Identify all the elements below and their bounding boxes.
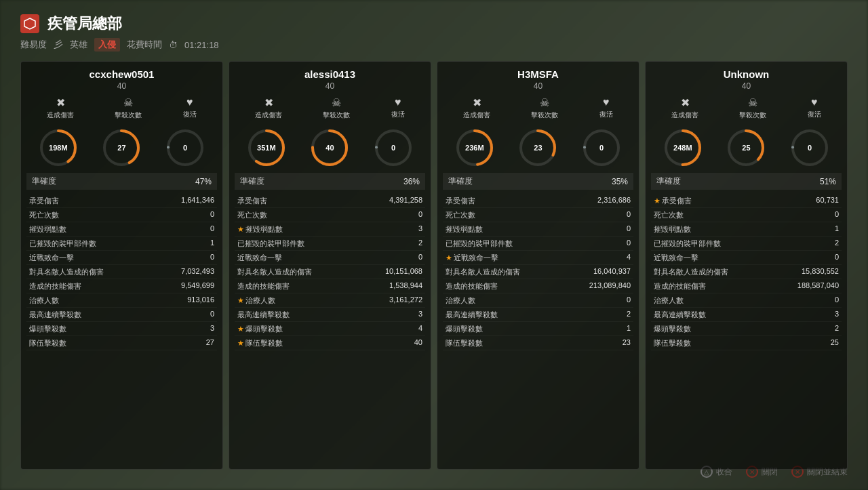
kills-icon: ☠ xyxy=(748,96,757,109)
kills-icon-group: ☠ 擊殺次數 xyxy=(739,96,766,120)
revive-value: 0 xyxy=(374,128,413,167)
damage-icon-group: ✖ 造成傷害 xyxy=(463,96,490,120)
player-name: ccxchew0501 xyxy=(26,68,217,80)
revive-icon-label: 復活 xyxy=(391,110,405,119)
stat-row: 對具名敵人造成的傷害 16,040,937 xyxy=(443,265,633,279)
revive-icon-group: ♥ 復活 xyxy=(391,96,405,120)
stat-row: 死亡次數 0 xyxy=(235,208,425,222)
damage-circle: 236M xyxy=(455,128,494,167)
stat-row: 隊伍擊殺數 25 xyxy=(651,336,842,350)
revive-icon: ♥ xyxy=(603,96,610,108)
mission-icon xyxy=(20,14,39,33)
stat-row: 近戰致命一擊 0 xyxy=(235,251,425,265)
player-level: 40 xyxy=(235,81,425,91)
revive-value: 0 xyxy=(790,128,829,167)
svg-point-1 xyxy=(28,22,32,26)
damage-icon: ✖ xyxy=(264,96,273,109)
damage-icon-label: 造成傷害 xyxy=(671,110,698,120)
stat-row: 最高連續擊殺數 0 xyxy=(26,308,217,322)
stat-row: 承受傷害 4,391,258 xyxy=(235,194,425,208)
circles-row: 236M 23 0 xyxy=(443,128,633,167)
accuracy-label: 準確度 xyxy=(656,176,681,187)
stat-row: 造成的技能傷害 213,089,840 xyxy=(443,279,633,293)
damage-icon-group: ✖ 造成傷害 xyxy=(255,96,282,120)
stat-row: 最高連續擊殺數 2 xyxy=(443,308,633,322)
player-card-0: ccxchew0501 40 ✖ 造成傷害 ☠ 擊殺次數 ♥ 復活 198M xyxy=(20,61,223,470)
stats-icons: ✖ 造成傷害 ☠ 擊殺次數 ♥ 復活 xyxy=(443,96,633,120)
stat-row: 最高連續擊殺數 3 xyxy=(235,308,425,322)
stats-table: ★承受傷害 60,731 死亡次數 0 摧毀弱點數 1 已摧毀的裝甲部件數 2 … xyxy=(651,194,842,350)
accuracy-row: 準確度 51% xyxy=(651,173,842,190)
revive-icon-label: 復活 xyxy=(599,110,613,119)
stat-row: 治療人數 913,016 xyxy=(26,293,217,308)
stat-row: 已摧毀的裝甲部件數 2 xyxy=(235,237,425,251)
revive-icon-label: 復活 xyxy=(183,110,197,119)
player-card-3: Unknown 40 ✖ 造成傷害 ☠ 擊殺次數 ♥ 復活 248M xyxy=(645,61,848,470)
kills-circle: 23 xyxy=(518,128,557,167)
kills-icon: ☠ xyxy=(123,96,133,109)
accuracy-label: 準確度 xyxy=(240,176,264,187)
kills-icon-label: 擊殺次數 xyxy=(739,110,766,120)
revive-circle: 0 xyxy=(165,128,205,167)
revive-icon-label: 復活 xyxy=(808,110,821,119)
stat-row: 已摧毀的裝甲部件數 0 xyxy=(443,237,633,251)
stat-row: 爆頭擊殺數 1 xyxy=(443,322,633,336)
accuracy-row: 準確度 36% xyxy=(235,173,425,190)
damage-value: 198M xyxy=(39,128,78,167)
revive-value: 0 xyxy=(165,128,205,167)
stat-row: 隊伍擊殺數 23 xyxy=(443,336,633,350)
stat-row: 摧毀弱點數 0 xyxy=(443,222,633,237)
stat-row: 造成的技能傷害 9,549,699 xyxy=(26,279,217,293)
damage-icon: ✖ xyxy=(681,96,690,109)
accuracy-label: 準確度 xyxy=(32,176,56,187)
kills-icon-group: ☠ 擊殺次數 xyxy=(531,96,558,120)
kills-icon-group: ☠ 擊殺次數 xyxy=(115,96,142,120)
revive-icon: ♥ xyxy=(186,96,193,108)
time-label: 花費時間 xyxy=(127,39,162,51)
stat-row: 治療人數 0 xyxy=(443,293,633,308)
stat-row: 對具名敵人造成的傷害 7,032,493 xyxy=(26,265,217,279)
revive-icon-group: ♥ 復活 xyxy=(183,96,197,120)
kills-icon: ☠ xyxy=(540,96,549,109)
accuracy-value: 47% xyxy=(195,177,212,186)
stat-row: 對具名敵人造成的傷害 10,151,068 xyxy=(235,265,425,279)
stats-icons: ✖ 造成傷害 ☠ 擊殺次數 ♥ 復活 xyxy=(26,96,217,120)
stat-row: ★近戰致命一擊 4 xyxy=(443,251,633,265)
stat-row: ★承受傷害 60,731 xyxy=(651,194,842,208)
stat-row: 治療人數 0 xyxy=(651,293,842,308)
damage-icon-group: ✖ 造成傷害 xyxy=(671,96,698,120)
mission-title: 疾管局總部 xyxy=(47,14,122,34)
damage-value: 236M xyxy=(455,128,494,167)
revive-icon-group: ♥ 復活 xyxy=(808,96,821,120)
stats-icons: ✖ 造成傷害 ☠ 擊殺次數 ♥ 復活 xyxy=(235,96,425,120)
stat-row: 承受傷害 2,316,686 xyxy=(443,194,633,208)
damage-value: 351M xyxy=(247,128,286,167)
revive-icon: ♥ xyxy=(395,96,401,108)
accuracy-row: 準確度 35% xyxy=(443,173,633,190)
stat-row: 造成的技能傷害 188,587,040 xyxy=(651,279,842,293)
revive-circle: 0 xyxy=(790,128,829,167)
stat-row: 死亡次數 0 xyxy=(443,208,633,222)
player-name: H3MSFA xyxy=(443,68,633,80)
accuracy-value: 36% xyxy=(403,177,420,186)
stat-row: 對具名敵人造成的傷害 15,830,552 xyxy=(651,265,842,279)
kills-value: 23 xyxy=(518,128,557,167)
circles-row: 198M 27 0 xyxy=(26,128,217,167)
stats-table: 承受傷害 1,641,346 死亡次數 0 摧毀弱點數 0 已摧毀的裝甲部件數 … xyxy=(26,194,217,350)
stat-row: 摧毀弱點數 1 xyxy=(651,222,842,237)
accuracy-label: 準確度 xyxy=(448,176,473,187)
player-card-2: H3MSFA 40 ✖ 造成傷害 ☠ 擊殺次數 ♥ 復活 236M xyxy=(437,61,639,470)
stat-row: 爆頭擊殺數 2 xyxy=(651,322,842,336)
player-level: 40 xyxy=(443,81,633,91)
revive-circle: 0 xyxy=(582,128,621,167)
player-level: 40 xyxy=(26,81,217,91)
damage-icon: ✖ xyxy=(56,96,65,109)
kills-icon-label: 擊殺次數 xyxy=(115,110,142,120)
damage-icon-label: 造成傷害 xyxy=(47,110,74,120)
damage-circle: 351M xyxy=(247,128,286,167)
damage-icon-label: 造成傷害 xyxy=(255,110,282,120)
kills-icon-label: 擊殺次數 xyxy=(531,110,558,120)
stat-row: 造成的技能傷害 1,538,944 xyxy=(235,279,425,293)
damage-icon-label: 造成傷害 xyxy=(463,110,490,120)
kills-icon-group: ☠ 擊殺次數 xyxy=(323,96,350,120)
